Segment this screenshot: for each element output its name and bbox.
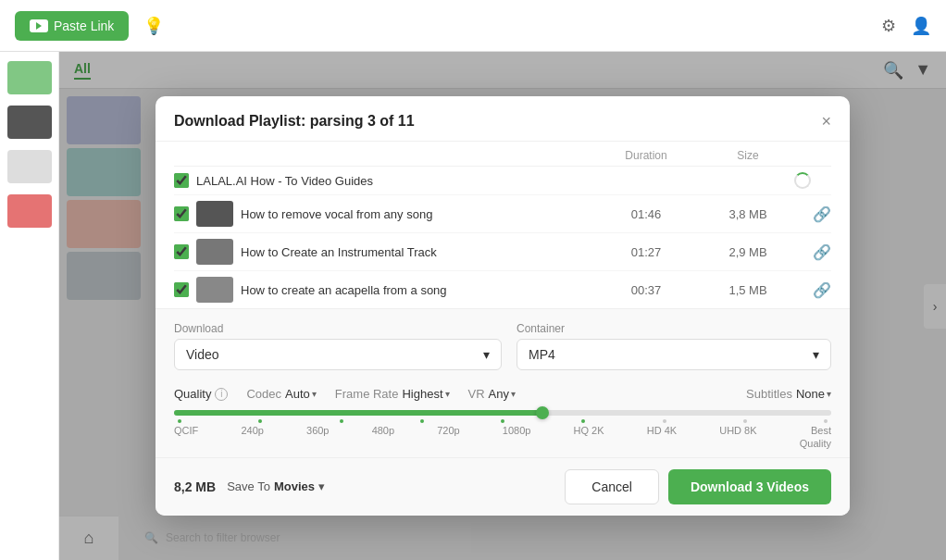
close-button[interactable]: × bbox=[821, 113, 831, 130]
row-2-duration: 01:46 bbox=[591, 207, 702, 221]
row-4-checkbox[interactable] bbox=[174, 282, 189, 297]
tick-4 bbox=[420, 419, 424, 423]
row-3-title-cell: How to Create an Instrumental Track bbox=[196, 239, 591, 265]
vr-chevron: ▾ bbox=[511, 389, 516, 399]
tick-7 bbox=[663, 419, 666, 423]
row-4-name: How to create an acapella from a song bbox=[241, 283, 447, 297]
row-1-checkbox[interactable] bbox=[174, 173, 189, 188]
label-240p: 240p bbox=[241, 425, 263, 449]
slider-fill bbox=[174, 410, 542, 416]
content-area: All 🔍 ▼ bbox=[59, 52, 946, 560]
codec-label: Codec bbox=[246, 387, 281, 401]
modal-overlay: Download Playlist: parsing 3 of 11 × Dur… bbox=[59, 52, 946, 560]
label-hq2k: HQ 2K bbox=[574, 425, 604, 449]
subtitles-label: Subtitles bbox=[746, 387, 792, 401]
sidebar-thumb-1 bbox=[7, 61, 52, 94]
container-select[interactable]: MP4 ▾ bbox=[517, 339, 831, 370]
row-3-link[interactable]: 🔗 bbox=[794, 243, 831, 261]
settings-icon[interactable]: ⚙ bbox=[881, 16, 896, 36]
vr-label: VR bbox=[468, 387, 485, 401]
modal-title: Download Playlist: parsing 3 of 11 bbox=[174, 113, 415, 130]
row-2-name: How to remove vocal from any song bbox=[241, 207, 432, 221]
save-to-chevron: ▾ bbox=[318, 479, 325, 493]
row-4-size: 1,5 MB bbox=[702, 283, 794, 297]
row-2-link[interactable]: 🔗 bbox=[794, 205, 831, 223]
app-background: Paste Link 💡 ⚙ 👤 All 🔍 ▼ bbox=[0, 0, 946, 560]
row-4-thumb bbox=[196, 277, 233, 303]
top-bar-right: ⚙ 👤 bbox=[881, 16, 931, 36]
header-title bbox=[196, 149, 591, 162]
slider-ticks bbox=[174, 419, 831, 423]
download-videos-button[interactable]: Download 3 Videos bbox=[668, 469, 831, 504]
framerate-value[interactable]: Highest ▾ bbox=[402, 387, 449, 401]
sidebar-thumb-3 bbox=[7, 150, 52, 183]
codec-group: Codec Auto ▾ bbox=[246, 387, 316, 401]
row-2-checkbox[interactable] bbox=[174, 206, 189, 221]
vr-value[interactable]: Any ▾ bbox=[489, 387, 516, 401]
vr-group: VR Any ▾ bbox=[468, 387, 516, 401]
loading-spinner bbox=[794, 172, 811, 189]
account-icon[interactable]: 👤 bbox=[911, 16, 931, 36]
sidebar-thumb-2 bbox=[7, 106, 52, 139]
settings-section: Download Video ▾ Container MP4 bbox=[156, 308, 850, 456]
quality-info-icon[interactable]: i bbox=[215, 388, 228, 401]
save-to-label: Save To bbox=[227, 479, 270, 493]
codec-chevron: ▾ bbox=[312, 389, 317, 399]
header-link bbox=[794, 149, 831, 162]
tick-1 bbox=[178, 419, 181, 423]
header-size: Size bbox=[702, 149, 794, 162]
subtitles-chevron: ▾ bbox=[827, 389, 831, 399]
row-4-link[interactable]: 🔗 bbox=[794, 281, 831, 299]
download-modal: Download Playlist: parsing 3 of 11 × Dur… bbox=[156, 96, 850, 515]
modal-footer: 8,2 MB Save To Movies ▾ Cancel Download … bbox=[156, 457, 850, 516]
row-4-duration: 00:37 bbox=[591, 283, 702, 297]
row-3-thumb bbox=[196, 239, 233, 265]
row-4-title-cell: How to create an acapella from a song bbox=[196, 277, 591, 303]
tick-2 bbox=[258, 419, 262, 423]
header-duration: Duration bbox=[591, 149, 702, 162]
table-header: Duration Size bbox=[174, 142, 831, 167]
label-720p: 720p bbox=[437, 425, 459, 449]
main-layout: All 🔍 ▼ bbox=[0, 52, 946, 560]
row-1-name: LALAL.AI How - To Video Guides bbox=[196, 174, 373, 188]
label-480p: 480p bbox=[372, 425, 394, 449]
download-select[interactable]: Video ▾ bbox=[174, 339, 502, 370]
bulb-icon: 💡 bbox=[143, 16, 164, 36]
slider-thumb[interactable] bbox=[536, 406, 549, 419]
sidebar bbox=[0, 52, 59, 560]
row-1-action bbox=[794, 172, 831, 189]
save-to-group[interactable]: Save To Movies ▾ bbox=[227, 479, 325, 493]
playlist-table: Duration Size LALAL.AI How - To Video Gu… bbox=[156, 142, 850, 308]
framerate-group: Frame Rate Highest ▾ bbox=[335, 387, 450, 401]
paste-link-button[interactable]: Paste Link bbox=[15, 11, 129, 41]
settings-row-2: Quality i Codec Auto ▾ bbox=[174, 381, 831, 406]
label-1080p: 1080p bbox=[503, 425, 531, 449]
row-3-size: 2,9 MB bbox=[702, 245, 794, 259]
table-row: How to create an acapella from a song 00… bbox=[174, 271, 831, 308]
container-chevron: ▾ bbox=[813, 347, 819, 362]
codec-value[interactable]: Auto ▾ bbox=[285, 387, 317, 401]
slider-section: QCIF 240p 360p 480p 720p 1080p HQ 2K HD … bbox=[174, 406, 831, 456]
quality-slider[interactable] bbox=[174, 410, 831, 416]
table-row: How to Create an Instrumental Track 01:2… bbox=[174, 233, 831, 271]
label-qcif: QCIF bbox=[174, 425, 198, 449]
row-2-thumb bbox=[196, 201, 233, 227]
header-check bbox=[174, 149, 196, 162]
tick-8 bbox=[743, 419, 747, 423]
modal-header: Download Playlist: parsing 3 of 11 × bbox=[156, 96, 850, 142]
subtitles-value[interactable]: None ▾ bbox=[796, 387, 831, 401]
save-to-value: Movies bbox=[274, 479, 315, 493]
download-label: Download bbox=[174, 322, 502, 335]
row-2-title-cell: How to remove vocal from any song bbox=[196, 201, 591, 227]
quality-label: Quality bbox=[174, 387, 211, 401]
tick-3 bbox=[340, 419, 343, 423]
slider-labels: QCIF 240p 360p 480p 720p 1080p HQ 2K HD … bbox=[174, 425, 831, 449]
row-1-title-cell: LALAL.AI How - To Video Guides bbox=[196, 174, 591, 188]
cancel-button[interactable]: Cancel bbox=[565, 469, 659, 504]
table-row: How to remove vocal from any song 01:46 … bbox=[174, 195, 831, 233]
subtitles-group: Subtitles None ▾ bbox=[746, 387, 831, 401]
container-select-wrapper: Container MP4 ▾ bbox=[517, 322, 831, 370]
footer-size: 8,2 MB bbox=[174, 479, 216, 494]
top-bar: Paste Link 💡 ⚙ 👤 bbox=[0, 0, 946, 52]
row-3-checkbox[interactable] bbox=[174, 244, 189, 259]
